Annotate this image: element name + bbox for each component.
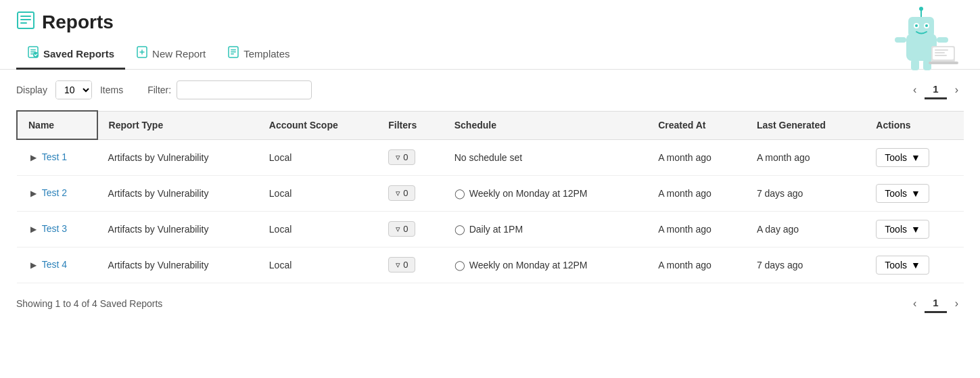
filter-section: Filter: — [147, 80, 312, 99]
tools-dropdown-icon: ▼ — [911, 188, 920, 199]
cell-account-scope: Local — [258, 247, 377, 283]
col-header-name: Name — [17, 111, 97, 139]
col-header-account-scope: Account Scope — [258, 111, 377, 139]
cell-last-generated: A day ago — [746, 211, 865, 247]
tab-templates[interactable]: Templates — [216, 39, 300, 70]
filter-input[interactable] — [177, 80, 312, 99]
reports-icon — [16, 11, 35, 34]
reports-table-wrapper: Name Report Type Account Scope Filters S… — [0, 110, 980, 283]
expand-row-button[interactable]: ▶ — [28, 150, 39, 165]
col-header-schedule: Schedule — [444, 111, 647, 139]
cell-account-scope: Local — [258, 139, 377, 175]
report-name-link[interactable]: Test 1 — [42, 151, 67, 162]
svg-rect-23 — [30, 49, 36, 51]
footer-next-page-button[interactable]: › — [950, 295, 964, 312]
tab-saved-reports[interactable]: Saved Reports — [16, 39, 125, 70]
cell-account-scope: Local — [258, 211, 377, 247]
tools-button[interactable]: Tools ▼ — [876, 220, 929, 239]
col-header-last-generated: Last Generated — [746, 111, 865, 139]
col-header-filters: Filters — [377, 111, 444, 139]
tab-new-report[interactable]: New Report — [125, 39, 216, 70]
col-header-created-at: Created At — [647, 111, 746, 139]
items-per-page-wrapper[interactable]: 10 25 50 — [55, 80, 92, 99]
report-name-link[interactable]: Test 2 — [42, 187, 67, 198]
filter-badge: ▿ 0 — [388, 149, 415, 165]
cell-report-type: Artifacts by Vulnerability — [97, 175, 258, 211]
clock-icon: ◯ — [454, 188, 465, 199]
schedule-cell: ◯Weekly on Monday at 12PM — [454, 260, 636, 270]
cell-filters: ▿ 0 — [377, 175, 444, 211]
new-report-icon — [136, 46, 148, 61]
cell-name: ▶ Test 1 — [17, 139, 97, 175]
cell-schedule: ◯Weekly on Monday at 12PM — [444, 175, 647, 211]
tools-dropdown-icon: ▼ — [911, 152, 920, 163]
svg-point-26 — [33, 52, 39, 57]
cell-filters: ▿ 0 — [377, 139, 444, 175]
table-row: ▶ Test 1 Artifacts by VulnerabilityLocal… — [17, 139, 964, 175]
tools-dropdown-icon: ▼ — [911, 260, 920, 270]
col-header-actions: Actions — [865, 111, 964, 139]
page-title: Reports — [42, 11, 114, 33]
cell-name: ▶ Test 4 — [17, 247, 97, 283]
svg-point-9 — [925, 24, 928, 27]
tools-button[interactable]: Tools ▼ — [876, 148, 929, 167]
cell-name: ▶ Test 3 — [17, 211, 97, 247]
saved-reports-icon — [27, 46, 39, 61]
svg-rect-3 — [20, 22, 27, 24]
cell-actions: Tools ▼ — [865, 139, 964, 175]
svg-rect-14 — [911, 60, 919, 70]
svg-rect-18 — [929, 62, 958, 64]
svg-rect-1 — [20, 16, 31, 17]
cell-report-type: Artifacts by Vulnerability — [97, 211, 258, 247]
tools-button[interactable]: Tools ▼ — [876, 256, 929, 275]
filter-icon: ▿ — [396, 260, 400, 270]
clock-icon: ◯ — [454, 260, 465, 270]
report-name-link[interactable]: Test 3 — [42, 223, 67, 234]
footer-pagination: ‹ 1 › — [908, 294, 964, 313]
display-label: Display — [16, 85, 47, 95]
cell-created-at: A month ago — [647, 211, 746, 247]
cell-last-generated: 7 days ago — [746, 247, 865, 283]
svg-rect-2 — [20, 19, 31, 20]
clock-icon: ◯ — [454, 224, 465, 235]
svg-point-11 — [919, 7, 923, 11]
next-page-button[interactable]: › — [950, 81, 964, 99]
cell-created-at: A month ago — [647, 139, 746, 175]
schedule-cell: ◯Daily at 1PM — [454, 224, 636, 235]
expand-row-button[interactable]: ▶ — [28, 186, 39, 201]
svg-rect-19 — [935, 49, 948, 51]
items-per-page-select[interactable]: 10 25 50 — [56, 81, 91, 99]
top-pagination: ‹ 1 › — [908, 80, 964, 99]
svg-rect-32 — [231, 51, 236, 53]
expand-row-button[interactable]: ▶ — [28, 258, 39, 273]
robot-illustration — [883, 0, 964, 74]
tabs-nav: Saved Reports New Report Templates — [0, 39, 980, 70]
cell-report-type: Artifacts by Vulnerability — [97, 139, 258, 175]
filter-badge: ▿ 0 — [388, 257, 415, 273]
prev-page-button[interactable]: ‹ — [908, 81, 922, 99]
controls-bar: Display 10 25 50 Items Filter: ‹ 1 › — [0, 70, 980, 110]
cell-account-scope: Local — [258, 175, 377, 211]
footer-prev-page-button[interactable]: ‹ — [908, 295, 922, 312]
table-row: ▶ Test 3 Artifacts by VulnerabilityLocal… — [17, 211, 964, 247]
filter-badge: ▿ 0 — [388, 185, 415, 201]
filter-label: Filter: — [147, 85, 171, 95]
report-name-link[interactable]: Test 4 — [42, 259, 67, 270]
svg-rect-12 — [895, 37, 906, 43]
tab-templates-label: Templates — [243, 48, 289, 60]
cell-schedule: ◯Daily at 1PM — [444, 211, 647, 247]
tab-new-report-label: New Report — [152, 48, 206, 60]
col-header-report-type: Report Type — [97, 111, 258, 139]
tools-button[interactable]: Tools ▼ — [876, 184, 929, 203]
cell-actions: Tools ▼ — [865, 175, 964, 211]
table-header-row: Name Report Type Account Scope Filters S… — [17, 111, 964, 139]
tab-saved-reports-label: Saved Reports — [43, 48, 114, 60]
svg-rect-33 — [231, 53, 234, 55]
cell-filters: ▿ 0 — [377, 247, 444, 283]
table-row: ▶ Test 4 Artifacts by VulnerabilityLocal… — [17, 247, 964, 283]
expand-row-button[interactable]: ▶ — [28, 222, 39, 237]
items-label: Items — [100, 85, 123, 95]
reports-table: Name Report Type Account Scope Filters S… — [16, 110, 964, 283]
svg-rect-31 — [231, 49, 236, 51]
filter-icon: ▿ — [396, 152, 400, 162]
